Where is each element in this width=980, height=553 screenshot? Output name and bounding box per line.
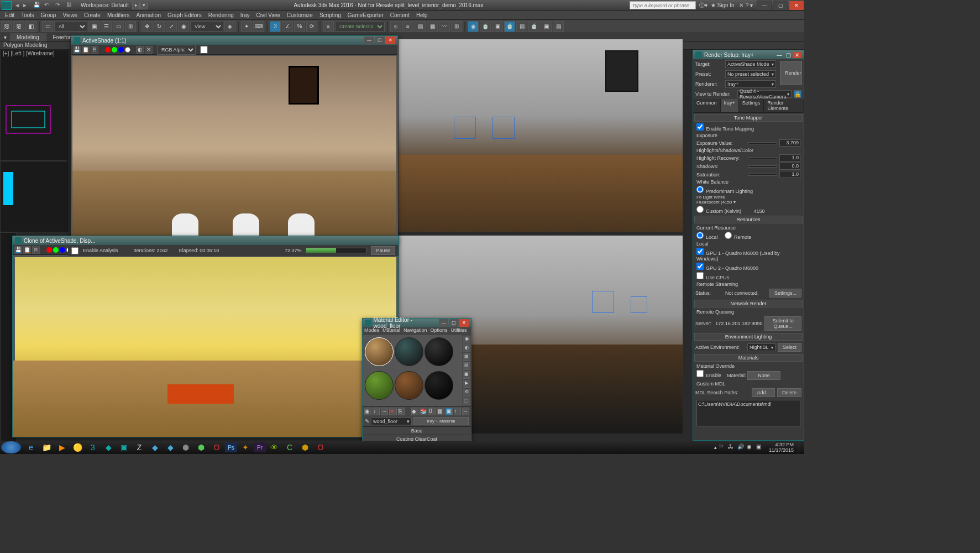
rs-tab-render-elements[interactable]: Render Elements (764, 99, 804, 112)
taskbar-app4-icon[interactable]: ◆ (148, 441, 162, 453)
rs-tab-common[interactable]: Common (693, 99, 721, 112)
rs-add-path-button[interactable]: Add... (752, 388, 775, 397)
rs-remote-radio[interactable] (725, 232, 732, 239)
rs-gpu2-checkbox[interactable] (696, 263, 704, 270)
rotate-icon[interactable]: ↻ (154, 21, 165, 32)
rs-highlight-slider[interactable] (748, 157, 777, 159)
taskbar-explorer-icon[interactable]: 📁 (39, 441, 54, 453)
render-icon[interactable]: 🍵 (528, 21, 539, 32)
activeshade-clone-render[interactable] (15, 257, 396, 435)
taskbar-clock[interactable]: 4:32 PM 11/17/2015 (769, 442, 794, 453)
placement-icon[interactable]: ◉ (178, 21, 189, 32)
tray-nvidia-icon[interactable]: ◉ (747, 444, 754, 451)
state-sets-icon[interactable]: ▤ (516, 21, 527, 32)
as-alpha-dot-icon[interactable] (125, 47, 130, 53)
spinner-snap-icon[interactable]: ⟳ (306, 21, 317, 32)
asc-clone-icon[interactable]: ⎘ (32, 246, 40, 254)
me-min-button[interactable]: — (439, 319, 448, 327)
rs-preset-dropdown[interactable]: No preset selected (725, 70, 776, 78)
history-fwd-icon[interactable]: ► (21, 2, 29, 8)
tray-expand-icon[interactable]: ▴ (714, 445, 717, 450)
me-menu-options[interactable]: Options (431, 327, 448, 335)
taskbar-app3-icon[interactable]: ▣ (117, 441, 131, 453)
menu-content[interactable]: Content (387, 12, 412, 18)
taskbar-zbrush-icon[interactable]: Z (132, 441, 146, 453)
me-sample-type-icon[interactable]: ◉ (463, 336, 470, 343)
info-icon[interactable]: ⓘ▾ (699, 2, 708, 9)
material-slot-5[interactable] (395, 371, 423, 400)
named-selection-dropdown[interactable]: Create Selection S (335, 22, 385, 32)
rs-section-env[interactable]: Environment Lighting (694, 333, 803, 341)
rs-predom-dropdown[interactable]: F6 Light White Fluorescent (4150 ▾ (696, 195, 746, 205)
menu-animation[interactable]: Animation (133, 12, 163, 18)
me-preview-icon[interactable]: ▶ (463, 380, 470, 388)
taskbar-app5-icon[interactable]: ◆ (163, 441, 177, 453)
select-link-icon[interactable]: ⛓ (1, 21, 12, 32)
curve-editor-icon[interactable]: 〰 (439, 21, 450, 32)
material-slot-6[interactable] (425, 371, 453, 400)
render-button[interactable]: Render (780, 61, 802, 85)
app-logo-icon[interactable] (2, 1, 12, 10)
me-panel-base[interactable]: Base (363, 426, 471, 435)
me-background-icon[interactable]: ▦ (463, 353, 470, 361)
taskbar-chrome-icon[interactable]: 🟡 (70, 441, 85, 453)
scale-icon[interactable]: ⤢ (166, 21, 177, 32)
rs-renderer-dropdown[interactable]: Iray+ (725, 80, 776, 88)
taskbar-3dsmax-icon[interactable]: 3 (86, 441, 100, 453)
select-name-icon[interactable]: ☰ (101, 21, 112, 32)
rs-activeenv-dropdown[interactable]: NightIBL (747, 343, 775, 351)
me-menu-modes[interactable]: Modes (364, 327, 379, 335)
select-icon[interactable]: ▭ (42, 21, 53, 32)
material-slot-4[interactable] (365, 371, 394, 400)
me-matid-icon[interactable]: 0 (428, 408, 436, 415)
me-go-sibling-icon[interactable]: → (462, 408, 469, 415)
me-show-end-icon[interactable]: ▣ (446, 408, 453, 415)
as-clear-icon[interactable]: ✕ (145, 46, 153, 54)
rs-section-tonemapper[interactable]: Tone Mapper (694, 114, 803, 122)
redo-icon[interactable]: ↷ (55, 2, 63, 9)
help-search-input[interactable] (630, 1, 696, 9)
me-menu-utilities[interactable]: Utilities (451, 327, 467, 335)
me-select-icon[interactable]: ⬚ (463, 398, 470, 405)
me-go-parent-icon[interactable]: ↑ (454, 408, 461, 415)
angle-snap-icon[interactable]: ∠ (282, 21, 293, 32)
taskbar-app9-icon[interactable]: C (282, 441, 297, 453)
menu-tools[interactable]: Tools (18, 12, 36, 18)
taskbar-app10-icon[interactable]: ⬢ (298, 441, 312, 453)
rs-lock-view-icon[interactable]: 🔒 (794, 90, 801, 98)
asc-copy-icon[interactable]: 📋 (23, 246, 31, 254)
rs-predom-radio[interactable] (696, 186, 704, 193)
start-button[interactable] (1, 441, 21, 453)
ref-coord-dropdown[interactable]: View (190, 22, 223, 32)
taskbar-app6-icon[interactable]: ⬢ (179, 441, 193, 453)
rs-min-button[interactable]: — (775, 52, 784, 58)
taskbar-ie-icon[interactable]: e (24, 441, 38, 453)
taskbar-opera-icon[interactable]: O (209, 441, 224, 453)
asc-red-icon[interactable] (46, 247, 52, 253)
menu-group[interactable]: Group (38, 12, 59, 18)
me-assign-icon[interactable]: → (381, 408, 388, 415)
rs-exposure-value[interactable]: 3.709 (779, 139, 800, 147)
me-type-button[interactable]: Iray + Material (413, 417, 469, 425)
taskbar-app11-icon[interactable]: O (313, 441, 328, 453)
as-mono-icon[interactable]: ◐ (136, 46, 144, 54)
material-slot-1[interactable] (365, 337, 394, 366)
me-reset-icon[interactable]: ✕ (389, 408, 396, 415)
pct-snap-icon[interactable]: % (294, 21, 305, 32)
render-frame-icon[interactable]: ▣ (492, 21, 503, 32)
move-icon[interactable]: ✥ (142, 21, 153, 32)
exchange-icon[interactable]: ✕ (739, 2, 743, 8)
menu-create[interactable]: Create (81, 12, 103, 18)
rs-tab-iray[interactable]: Iray+ (721, 99, 739, 112)
me-put-icon[interactable]: ↓ (373, 408, 380, 415)
ribbon-toggle-icon[interactable]: ▦ (427, 21, 438, 32)
as-red-dot-icon[interactable] (105, 47, 111, 53)
rs-kelvin-value[interactable]: 4150 (754, 208, 782, 214)
signin-user-icon[interactable]: ★ Sign In (711, 2, 735, 8)
window-crossing-icon[interactable]: ⊞ (125, 21, 136, 32)
mirror-icon[interactable]: ⎋ (390, 21, 401, 32)
me-show-map-icon[interactable]: ▦ (437, 408, 444, 415)
ribbon-tab-modeling[interactable]: Modeling (10, 33, 46, 41)
rs-mat-enable-checkbox[interactable] (696, 370, 704, 377)
selection-filter-dropdown[interactable]: All (54, 22, 87, 32)
